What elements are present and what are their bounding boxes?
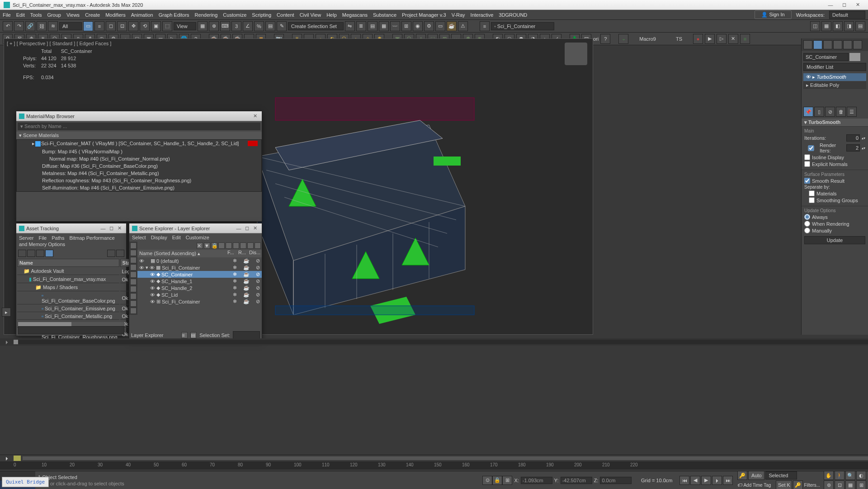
st-2[interactable] (226, 242, 232, 249)
scene-col-f[interactable]: F... (227, 250, 238, 257)
editset-button[interactable]: ✎ (277, 21, 287, 31)
quixel-bridge-tab[interactable]: Quixel Bridge (2, 477, 49, 487)
modifier-turbosmooth[interactable]: 👁 ▸ TurboSmooth (803, 73, 866, 81)
sep-smgroups-check[interactable] (809, 197, 815, 203)
coord-z[interactable] (600, 477, 632, 484)
nav-max-button[interactable]: ⊞ (856, 480, 866, 489)
scene-footer-btn2[interactable]: ▤ (190, 332, 197, 338)
time-scale[interactable]: 0102030405060708090100110120130140150160… (0, 461, 868, 470)
obj-scifi-group[interactable]: 👁 ⊞ Sci_Fi_Container❄☕⊘ (137, 298, 262, 305)
isoline-check[interactable] (804, 154, 810, 160)
material-browser-window[interactable]: Material/Map Browser ✕ ▾ Search by Name … (16, 111, 262, 222)
asset-min[interactable]: — (99, 225, 107, 232)
tool-c-button[interactable]: ◧ (833, 21, 843, 31)
tab-utilities[interactable] (853, 40, 862, 49)
iterations-spinner[interactable] (846, 134, 860, 142)
asset-close[interactable]: ✕ (115, 225, 123, 232)
tab-hierarchy[interactable] (823, 40, 832, 49)
goto-end-button[interactable]: ⏭ (723, 476, 733, 485)
scene-explorer-button[interactable]: ≡ (480, 21, 490, 31)
mirror-button[interactable]: ⇋ (345, 21, 355, 31)
stack-remove-button[interactable]: 🗑 (836, 107, 846, 117)
asset-menu-server[interactable]: Server (19, 235, 33, 241)
keyboard-button[interactable]: ⌨ (220, 21, 230, 31)
tool-a-button[interactable]: ◫ (810, 21, 820, 31)
asset-tb1[interactable] (18, 250, 26, 257)
mat-row-main[interactable]: ▸ Sci-Fi_Container_MAT ( VRayMtl ) [SC_C… (17, 140, 261, 148)
align-button[interactable]: ≣ (356, 21, 366, 31)
layer-scifi[interactable]: 👁▾👁▦ Sci_Fi_Container❄☕⊘ (137, 264, 262, 271)
menu-3dground[interactable]: 3DGROUND (499, 12, 527, 18)
scene-close[interactable]: ✕ (251, 225, 259, 232)
render-iters-spinner[interactable] (846, 144, 860, 152)
menu-projectmgr[interactable]: Project Manager v.3 (402, 12, 446, 18)
stack-unique-button[interactable]: ⊘ (825, 107, 835, 117)
st-4[interactable] (240, 242, 246, 249)
mat-row-rough[interactable]: Reflection roughness: Map #43 (Sci_Fi_Co… (17, 177, 261, 184)
menu-interactive[interactable]: Interactive (471, 12, 494, 18)
menu-content[interactable]: Content (277, 12, 294, 18)
ts-label[interactable]: TS (667, 36, 691, 42)
menu-create[interactable]: Create (85, 12, 100, 18)
update-manually-radio[interactable] (804, 228, 810, 233)
xyz-mode-button[interactable]: ⊞ (502, 476, 512, 485)
st-f[interactable]: ▼ (204, 242, 210, 249)
scene-materials-label[interactable]: Scene Materials (23, 133, 59, 138)
ref-coord-dropdown[interactable]: View (174, 22, 196, 30)
named-selset-dropdown[interactable]: Create Selection Set (288, 22, 344, 30)
nav-fov-button[interactable]: ◐ (856, 471, 866, 480)
se-ico8[interactable] (130, 293, 137, 299)
window-cross-button[interactable]: ⊡ (117, 21, 127, 31)
pin-stack-button[interactable]: 📌 (803, 107, 813, 117)
menu-graph[interactable]: Graph Editors (159, 12, 189, 18)
explicit-check[interactable] (804, 161, 810, 167)
menu-modifiers[interactable]: Modifiers (105, 12, 126, 18)
scene-menu-customize[interactable]: Customize (186, 235, 209, 240)
side-expand-button[interactable]: ▸ (2, 308, 11, 317)
time-slider[interactable] (14, 456, 21, 461)
asset-tb5[interactable] (107, 250, 115, 257)
scene-footer-btn1[interactable]: ≡ (181, 332, 188, 338)
viewcube[interactable] (565, 43, 587, 65)
key-filters-icon[interactable]: 🔑 (793, 480, 803, 489)
modifier-list-dropdown[interactable]: Modifier List (803, 63, 866, 71)
se-ico1[interactable] (130, 242, 137, 249)
scene-min[interactable]: — (235, 225, 243, 232)
st-5[interactable] (247, 242, 254, 249)
render-setup-button[interactable]: ⚙ (424, 21, 434, 31)
render-warning-icon[interactable]: ⚠ (458, 21, 468, 31)
keymode-dropdown[interactable]: Selected (765, 471, 797, 480)
menu-substance[interactable]: Substance (373, 12, 396, 18)
select-button[interactable]: ▭ (83, 21, 93, 31)
trackbar[interactable]: ⏵ (0, 338, 868, 346)
move-button[interactable]: ✥ (128, 21, 138, 31)
scene-max[interactable]: ◻ (243, 225, 251, 232)
mat-row-diffuse[interactable]: Diffuse: Map #36 (Sci_Fi_Container_BaseC… (17, 162, 261, 170)
render-iters-check[interactable] (804, 145, 818, 151)
curve-editor-button[interactable]: 〰 (390, 21, 400, 31)
lock-button[interactable]: 🔒 (492, 476, 502, 485)
rec-ff-icon[interactable]: ▷ (717, 34, 726, 44)
select-name-button[interactable]: ≡ (94, 21, 104, 31)
render-frame-button[interactable]: ▭ (435, 21, 445, 31)
placement-button[interactable]: ⬚ (162, 21, 172, 31)
redo-button[interactable]: ↷ (14, 21, 24, 31)
se-ico6[interactable] (130, 279, 137, 285)
scene-col-r[interactable]: R... (238, 250, 249, 257)
render-button[interactable]: ☕ (447, 21, 457, 31)
asset-tb4[interactable] (45, 250, 53, 257)
se-ico7[interactable] (130, 286, 137, 292)
schematic-button[interactable]: ⊞ (401, 21, 411, 31)
close-button[interactable]: ✕ (851, 1, 864, 9)
tab-display[interactable] (843, 40, 852, 49)
scene-col-name[interactable]: Name (Sorted Ascending) ▴ (137, 250, 227, 257)
se-ico5[interactable] (130, 271, 137, 278)
layer-default[interactable]: 👁▦ 0 (default)❄☕⊘ (137, 257, 262, 264)
asset-filter-input[interactable] (18, 326, 124, 334)
obj-handle2[interactable]: 👁 ◆ SC_Handle_2❄☕⊘ (137, 285, 262, 291)
object-color-swatch[interactable] (849, 53, 860, 61)
asset-tb3[interactable] (36, 250, 44, 257)
nav-all-button[interactable]: ▦ (845, 480, 855, 489)
nav-zoomext-button[interactable]: ⊡ (835, 480, 844, 489)
rotate-button[interactable]: ⟲ (140, 21, 150, 31)
